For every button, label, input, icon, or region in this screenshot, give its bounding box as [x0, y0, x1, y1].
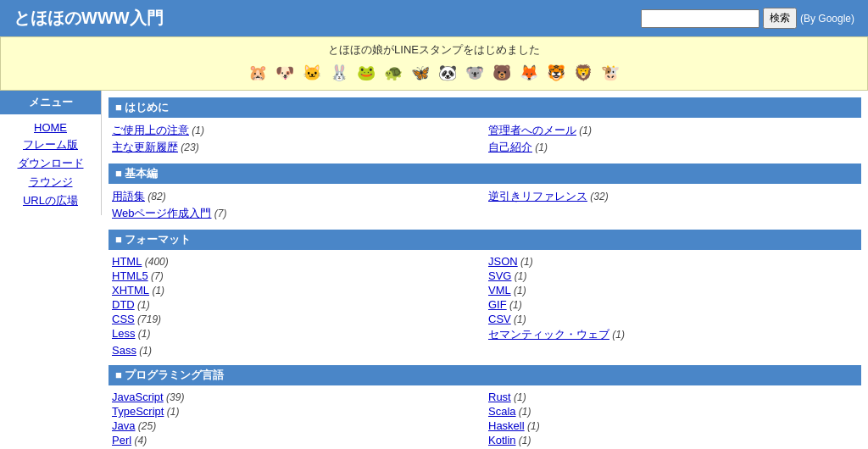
content-link[interactable]: Scala — [488, 405, 516, 418]
content-link[interactable]: Java — [112, 419, 135, 432]
content-link[interactable]: Sass — [112, 344, 136, 357]
item-count: (1) — [511, 285, 526, 297]
sidebar-item-download[interactable]: ダウンロード — [18, 156, 84, 171]
item-count: (1) — [164, 406, 179, 418]
grid-cell — [488, 344, 858, 357]
grid-cell: CSV (1) — [488, 313, 858, 325]
grid-cell: ご使用上の注意 (1) — [112, 123, 481, 138]
banner-icon: 🐮 — [598, 61, 622, 85]
sidebar: メニュー HOMEフレーム版ダウンロードラウンジURLの広場 — [0, 91, 102, 215]
section-grid-programming: JavaScript (39)Rust (1)TypeScript (1)Sca… — [108, 389, 861, 449]
banner-icon: 🐰 — [327, 61, 351, 85]
content-link[interactable]: HTML5 — [112, 269, 148, 282]
content-link[interactable]: ご使用上の注意 — [112, 124, 189, 136]
item-count: (23) — [178, 141, 199, 153]
item-count: (1) — [516, 435, 531, 446]
content-link[interactable]: CSS — [112, 313, 135, 325]
item-count: (32) — [587, 191, 609, 202]
content-link[interactable]: CSV — [488, 313, 511, 325]
item-count: (7) — [212, 208, 227, 219]
item-count: (1) — [516, 406, 531, 418]
content-link[interactable]: Rust — [488, 391, 511, 403]
search-input[interactable] — [641, 9, 760, 28]
item-count: (1) — [609, 329, 625, 341]
item-count: (719) — [135, 313, 161, 325]
section-grid-format: HTML (400)JSON (1)HTML5 (7)SVG (1)XHTML … — [108, 253, 861, 362]
banner-icons: 🐹🐶🐱🐰🐸🐢🦋🐼🐨🐻🦊🐯🦁🐮 — [8, 61, 860, 85]
section-grid-basic: 用語集 (82)逆引きリファレンス (32)Webページ作成入門 (7) — [108, 187, 861, 226]
item-count: (1) — [511, 391, 526, 403]
grid-cell: 自己紹介 (1) — [488, 140, 858, 155]
grid-cell: Rust (1) — [488, 391, 858, 403]
banner-icon: 🐱 — [300, 61, 324, 85]
content-link[interactable]: DTD — [112, 298, 135, 311]
banner-icon: 🦊 — [517, 61, 541, 85]
grid-cell — [488, 206, 858, 221]
section-header-programming: ■ プログラミング言語 — [108, 365, 861, 385]
grid-cell: HTML (400) — [112, 255, 481, 268]
section-grid-intro: ご使用上の注意 (1)管理者へのメール (1)主な更新履歴 (23)自己紹介 (… — [108, 121, 861, 160]
grid-cell: 用語集 (82) — [112, 189, 481, 204]
item-count: (1) — [507, 299, 522, 311]
grid-cell: 管理者へのメール (1) — [488, 123, 858, 138]
sidebar-item-lounge[interactable]: ラウンジ — [29, 175, 73, 190]
item-count: (1) — [576, 125, 592, 136]
grid-cell: Sass (1) — [112, 344, 481, 357]
banner-icon: 🐸 — [354, 61, 378, 85]
item-count: (1) — [532, 141, 548, 153]
grid-cell: Java (25) — [112, 419, 481, 432]
content-link[interactable]: XHTML — [112, 284, 149, 297]
sidebar-item-url-square[interactable]: URLの広場 — [23, 193, 78, 208]
section-header-basic: ■ 基本編 — [108, 164, 861, 184]
grid-cell: SVG (1) — [488, 269, 858, 282]
search-button[interactable]: 検索 — [763, 8, 797, 29]
banner-icon: 🦁 — [571, 61, 595, 85]
grid-cell: セマンティック・ウェブ (1) — [488, 327, 858, 342]
grid-cell: GIF (1) — [488, 298, 858, 311]
content-link[interactable]: 管理者へのメール — [488, 124, 576, 136]
item-count: (1) — [135, 299, 150, 311]
content-link[interactable]: Kotlin — [488, 434, 516, 446]
content-link[interactable]: 自己紹介 — [488, 141, 532, 153]
sidebar-item-home[interactable]: HOME — [34, 121, 67, 134]
header: とほほのWWW入門 検索 (By Google) — [0, 0, 868, 36]
content-link[interactable]: Perl — [112, 434, 131, 446]
content-link[interactable]: JSON — [488, 255, 518, 268]
item-count: (4) — [131, 435, 147, 446]
content-link[interactable]: Less — [112, 327, 135, 340]
grid-cell: TypeScript (1) — [112, 405, 481, 418]
content-link[interactable]: SVG — [488, 269, 511, 282]
content-link[interactable]: HTML — [112, 255, 142, 268]
grid-cell: Perl (4) — [112, 434, 481, 446]
site-title: とほほのWWW入門 — [14, 7, 164, 30]
sidebar-header: メニュー — [0, 91, 101, 114]
sidebar-item-frame[interactable]: フレーム版 — [23, 137, 78, 152]
content-link[interactable]: TypeScript — [112, 405, 164, 418]
item-count: (1) — [525, 420, 540, 432]
banner-text: とほほの娘がLINEスタンプをはじめました — [8, 42, 860, 58]
content-link[interactable]: Haskell — [488, 419, 525, 432]
grid-cell: Haskell (1) — [488, 419, 858, 432]
content-link[interactable]: 用語集 — [112, 190, 145, 202]
item-count: (82) — [145, 191, 166, 202]
content-link[interactable]: 主な更新履歴 — [112, 141, 178, 153]
search-area: 検索 (By Google) — [641, 8, 854, 29]
content-link[interactable]: セマンティック・ウェブ — [488, 328, 609, 341]
grid-cell: CSS (719) — [112, 313, 481, 325]
grid-cell: VML (1) — [488, 284, 858, 297]
banner-icon: 🐻 — [490, 61, 514, 85]
content-link[interactable]: JavaScript — [112, 391, 164, 403]
content-link[interactable]: VML — [488, 284, 511, 297]
search-label: (By Google) — [800, 13, 854, 25]
section-header-intro: ■ はじめに — [108, 97, 861, 118]
item-count: (1) — [511, 313, 526, 325]
item-count: (1) — [511, 270, 526, 282]
item-count: (39) — [164, 391, 185, 403]
item-count: (7) — [148, 270, 164, 282]
content-link[interactable]: Webページ作成入門 — [112, 207, 212, 219]
content-link[interactable]: 逆引きリファレンス — [488, 190, 587, 202]
item-count: (1) — [518, 256, 533, 268]
banner-icon: 🐨 — [463, 61, 487, 85]
content-link[interactable]: GIF — [488, 298, 507, 311]
grid-cell: 逆引きリファレンス (32) — [488, 189, 858, 204]
